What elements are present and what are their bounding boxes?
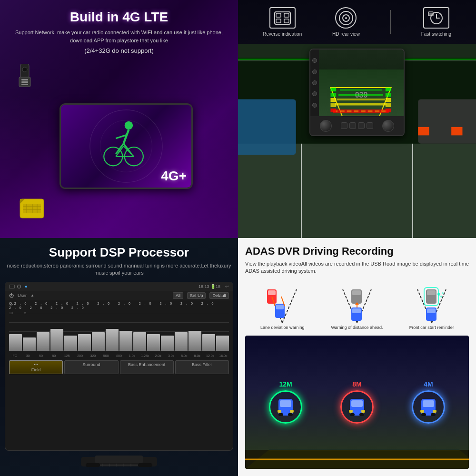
eq-bar-15 [202, 334, 215, 351]
svg-rect-109 [278, 413, 283, 416]
svg-rect-99 [427, 308, 436, 313]
svg-rect-46 [238, 99, 296, 155]
hd-rear-label: HD rear view [332, 31, 360, 37]
svg-rect-8 [23, 204, 41, 213]
svg-rect-60 [330, 103, 336, 107]
start-reminder-label: Front car start reminder [409, 325, 454, 330]
eq-time: 18:13 🔋18 [198, 284, 220, 289]
eq-controls-row: ⏻ User ▲ All Set Up Default [5, 291, 233, 300]
eq-bar-14 [188, 331, 201, 351]
distance-4m-circle [412, 390, 445, 424]
svg-point-102 [442, 292, 444, 294]
distance-warning-label: Warning of distance ahead. [331, 325, 383, 330]
svg-rect-59 [330, 98, 336, 102]
eq-bar-8 [106, 329, 119, 351]
adas-lane-deviation: Lane deviation warning [245, 280, 320, 330]
eq-q-row: Q: 2.0 2.0 2.0 2.0 2.0 2.0 2.0 2.0 2.0 2… [5, 300, 233, 311]
device-area: 4G+ [10, 59, 228, 228]
eq-preset-field[interactable]: ▪▫▪ Field [9, 360, 63, 374]
eq-db-scale: 10 5 [5, 311, 233, 315]
eq-bar-16 [216, 336, 229, 351]
svg-rect-27 [276, 13, 281, 17]
eq-wifi-icon: ● [25, 284, 27, 289]
eq-all-btn[interactable]: All [173, 292, 183, 299]
svg-rect-30 [284, 19, 289, 23]
distance-12m-circle [269, 390, 302, 424]
car-base-decorative [5, 455, 233, 469]
eq-bar-7 [92, 332, 105, 351]
eq-user-label: User [18, 293, 27, 298]
svg-rect-68 [86, 463, 100, 467]
control-knob-vol[interactable] [382, 120, 394, 132]
4g-subtitle: Support Network, make your car radio con… [10, 29, 228, 44]
svg-line-19 [116, 144, 123, 154]
dsp-desc: noise reduction,stereo panoramic surroun… [5, 262, 233, 277]
svg-rect-57 [330, 88, 336, 91]
feature-reverse-indication: Reverse indication [263, 7, 302, 37]
reverse-header: Reverse indication HD rear view [238, 0, 476, 44]
eq-chevron-icon: ▲ [30, 293, 34, 298]
sim-card [19, 198, 45, 221]
eq-toolbar: ● 18:13 🔋18 ↩ [5, 282, 233, 291]
distance-4m: 4M [412, 380, 445, 424]
eq-bar-2 [23, 337, 36, 351]
adas-distance-display: 12M 8M [245, 336, 469, 469]
eq-freq-row: FC 30 50 80 125 200 320 500 800 1.0k 1.2… [5, 353, 233, 358]
adas-start-reminder: Front car start reminder [394, 280, 469, 330]
svg-rect-82 [268, 290, 276, 295]
eq-bar-6 [78, 334, 91, 351]
eq-setup-btn[interactable]: Set Up [187, 292, 206, 299]
feature-hd-rear: HD rear view [332, 7, 360, 37]
svg-rect-61 [330, 109, 336, 112]
dsp-title: Support DSP Processor [5, 245, 233, 260]
tablet-device: 4G+ [60, 103, 193, 189]
svg-rect-116 [359, 413, 364, 416]
svg-rect-110 [288, 413, 293, 416]
svg-point-101 [440, 296, 442, 298]
eq-preset-bass-filter[interactable]: Bass Filter [175, 360, 229, 374]
eq-bar-13 [175, 332, 188, 351]
eq-bar-9 [119, 331, 132, 351]
svg-rect-29 [276, 19, 281, 23]
eq-default-btn[interactable]: Default [209, 292, 229, 299]
svg-rect-120 [423, 400, 434, 407]
svg-rect-108 [280, 400, 291, 407]
svg-rect-28 [284, 13, 289, 17]
eq-bar-4 [50, 329, 63, 351]
eq-preset-bass-enhance[interactable]: Bass Enhancement [120, 360, 174, 374]
fast-switch-label: Fast switching [421, 31, 451, 37]
eq-bar-10 [133, 332, 146, 351]
svg-rect-115 [350, 413, 355, 416]
eq-minimize-icon [17, 285, 21, 288]
eq-preset-surround[interactable]: Surround [64, 360, 118, 374]
hd-rear-icon [335, 7, 357, 29]
control-knob-ac[interactable] [320, 120, 332, 132]
svg-rect-3 [21, 81, 28, 83]
svg-rect-63 [386, 93, 391, 97]
svg-rect-26 [275, 12, 290, 24]
eq-bar-1 [9, 334, 22, 351]
distance-8m-label: 8M [352, 380, 361, 388]
distance-4m-label: 4M [424, 380, 433, 388]
eq-bar-12 [161, 336, 174, 351]
svg-rect-114 [351, 400, 363, 407]
panel-adas: ADAS DVR Driving Recording View the play… [238, 238, 476, 476]
svg-point-5 [22, 67, 27, 72]
svg-rect-118 [361, 410, 365, 413]
distance-12m-label: 12M [279, 380, 292, 388]
svg-rect-123 [420, 410, 424, 413]
eq-bar-11 [147, 334, 160, 351]
eq-bar-5 [64, 336, 77, 351]
panel-reverse: Reverse indication HD rear view [238, 0, 476, 238]
svg-rect-122 [431, 413, 436, 416]
svg-rect-121 [421, 413, 426, 416]
eq-q-label: Q: [9, 301, 13, 306]
svg-rect-64 [386, 98, 391, 102]
panel-4g-lte: Build in 4G LTE Support Network, make yo… [0, 0, 238, 238]
svg-line-17 [124, 129, 129, 143]
svg-rect-48 [418, 127, 429, 135]
svg-rect-80 [276, 305, 284, 309]
adas-title: ADAS DVR Driving Recording [245, 245, 469, 258]
eq-bars [5, 315, 233, 353]
svg-rect-96 [427, 290, 436, 295]
